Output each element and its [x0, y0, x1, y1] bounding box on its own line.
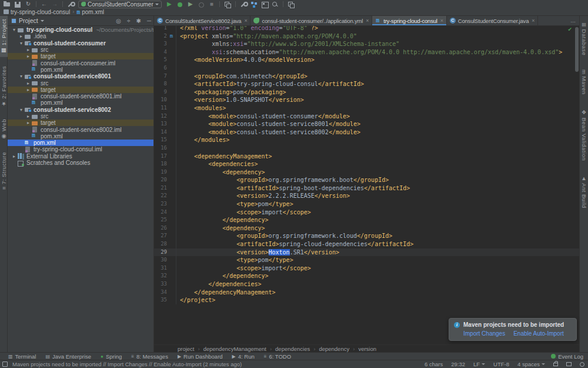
status-widget-29-32[interactable]: 29:32	[451, 361, 465, 367]
stop-icon[interactable]: ■	[207, 1, 216, 8]
tree-item[interactable]: ▸src	[8, 113, 153, 120]
code-line[interactable]: 3 xmlns:xsi="http://www.w3.org/2001/XMLS…	[154, 40, 579, 48]
code-line[interactable]: 8 <artifactId>try-spring-cloud-consul</a…	[154, 80, 579, 88]
code-line[interactable]: 17 <dependencyManagement>	[154, 152, 579, 161]
project-structure-icon[interactable]	[249, 1, 259, 8]
search-everywhere-icon[interactable]	[270, 1, 280, 8]
toolwindow-button--run[interactable]: ▶4: Run	[232, 353, 255, 360]
tree-item[interactable]: pom.xml	[8, 100, 153, 106]
coverage-icon[interactable]: ▶	[186, 1, 195, 8]
code-line[interactable]: 12 <module>consul-student-consumer</modu…	[154, 112, 579, 121]
code-line[interactable]: 22 <version>2.2.2.RELEASE</version>	[154, 192, 579, 200]
tree-item[interactable]: ▾consul-student-consumer	[8, 40, 153, 47]
xml-breadcrumb-item[interactable]: project	[178, 346, 195, 352]
code-viewport[interactable]: 1<?xml version="1.0" encoding="UTF-8" ?>…	[154, 26, 579, 344]
code-line[interactable]: 24 <scope>import</scope>	[154, 208, 579, 217]
run-config-selector[interactable]: ConsulStudentConsumer	[78, 1, 162, 8]
stripe-button-bean-validation[interactable]: ❖ Bean Validation	[580, 106, 588, 164]
tree-item[interactable]: ▸src	[8, 47, 153, 53]
status-widget-4-spaces[interactable]: 4 spaces	[517, 361, 545, 367]
locate-icon[interactable]: ◎	[116, 18, 121, 24]
tree-item[interactable]: ▾try-spring-cloud-consul~/Documents/Proj…	[8, 26, 153, 33]
stripe-button-ant-build[interactable]: ▲ Ant Build	[580, 172, 588, 211]
editor-tab[interactable]: ConsulStudentService8002.java×	[154, 16, 250, 25]
xml-breadcrumb-item[interactable]: dependency	[319, 346, 349, 352]
code-line[interactable]: 15 </modules>	[154, 136, 579, 144]
code-line[interactable]: 33 </dependencies>	[154, 280, 579, 289]
code-line[interactable]: 31 <scope>import</scope>	[154, 264, 579, 273]
tree-item[interactable]: ▸.idea	[8, 33, 153, 39]
toolwindow-button-run-dashboard[interactable]: ▶Run Dashboard	[178, 353, 223, 360]
editor-scrollbar[interactable]	[575, 27, 579, 72]
code-line[interactable]: 7 <groupId>com.shinetech</groupId>	[154, 72, 579, 81]
code-line[interactable]: 28 <artifactId>spring-cloud-dependencies…	[154, 240, 579, 248]
close-icon[interactable]: ×	[440, 18, 443, 24]
toolwindow-button--todo[interactable]: ≡6: TODO	[264, 353, 291, 360]
debug-icon[interactable]	[175, 1, 185, 8]
readonly-lock-icon[interactable]	[553, 363, 558, 366]
back-icon[interactable]: ←	[39, 1, 49, 8]
tree-item[interactable]: consul-student-service8001.iml	[8, 93, 153, 100]
xml-breadcrumb-item[interactable]: dependencies	[275, 346, 310, 352]
stripe-button--project[interactable]: ▦ 1: Project	[0, 16, 8, 57]
stripe-button--favorites[interactable]: ★ 2: Favorites	[0, 63, 8, 110]
status-widget-utf-8[interactable]: UTF-8	[493, 361, 509, 367]
hide-panel-icon[interactable]: ─	[147, 18, 151, 24]
tree-item[interactable]: Scratches and Consoles	[8, 160, 153, 166]
code-line[interactable]: 1<?xml version="1.0" encoding="UTF-8" ?>	[154, 26, 579, 32]
xml-breadcrumb-item[interactable]: dependencyManagement	[203, 346, 266, 352]
background-tasks-icon[interactable]	[580, 362, 584, 367]
profiler-icon[interactable]	[196, 1, 206, 8]
tree-item[interactable]: ▾consul-student-service8002	[8, 107, 153, 113]
status-widget-6-chars[interactable]: 6 chars	[425, 361, 443, 367]
status-message[interactable]: Maven projects need to be imported // Im…	[12, 361, 242, 367]
code-line[interactable]: 30 <type>pom</type>	[154, 256, 579, 264]
tree-item[interactable]: ▸target	[8, 120, 153, 126]
close-icon[interactable]: ×	[366, 18, 369, 24]
tree-item[interactable]: ▸src	[8, 79, 153, 86]
tree-item[interactable]: ▸External Libraries	[8, 153, 153, 160]
code-line[interactable]: 29 <version>Hoxton.SR1</version>	[154, 248, 579, 257]
more-tabs-icon[interactable]: …	[570, 18, 576, 24]
toolwindow-toggle-icon[interactable]	[2, 362, 8, 367]
code-line[interactable]: 9 <packaging>pom</packaging>	[154, 88, 579, 97]
code-line[interactable]: 23 <type>pom</type>	[154, 200, 579, 208]
tree-item[interactable]: ▸target	[8, 53, 153, 59]
code-line[interactable]: 16	[154, 144, 579, 152]
collapse-all-icon[interactable]: ÷	[127, 18, 131, 24]
run-window-icon[interactable]	[260, 1, 269, 8]
run-icon[interactable]: ▶	[165, 1, 174, 8]
tree-item[interactable]: pom.xml	[8, 140, 153, 146]
toolwindow-button-java-enterprise[interactable]: ▤Java Enterprise	[45, 353, 91, 360]
code-line[interactable]: 27 <groupId>org.springframework.cloud</g…	[154, 232, 579, 240]
code-line[interactable]: 19 <dependency>	[154, 168, 579, 177]
code-line[interactable]: 4 xsi:schemaLocation="http://maven.apach…	[154, 48, 579, 57]
close-icon[interactable]: ×	[244, 18, 247, 24]
code-line[interactable]: 25 </dependency>	[154, 216, 579, 224]
breadcrumb-item[interactable]: try-spring-cloud-consul	[4, 9, 70, 15]
open-folder-icon[interactable]	[2, 1, 12, 8]
code-line[interactable]: 26 <dependency>	[154, 224, 579, 233]
tree-item[interactable]: ▸target	[8, 87, 153, 93]
code-line[interactable]: 34 </dependencyManagement>	[154, 289, 579, 297]
editor-tab[interactable]: try-spring-cloud-consul×	[372, 16, 447, 25]
attach-icon[interactable]	[223, 1, 232, 8]
toolwindow-button-event-log[interactable]: Event Log	[551, 353, 583, 360]
code-line[interactable]: 21 <artifactId>spring-boot-dependencies<…	[154, 184, 579, 193]
code-line[interactable]: 10 <version>1.0-SNAPSHOT</version>	[154, 96, 579, 104]
toolwindow-button-terminal[interactable]: ▥Terminal	[8, 353, 36, 360]
stripe-button--structure[interactable]: ≡ 7: Structure	[0, 149, 8, 193]
settings-wrench-icon[interactable]	[239, 1, 248, 8]
tree-item[interactable]: consul-student-service8002.iml	[8, 126, 153, 132]
chevron-down-icon[interactable]	[41, 20, 44, 22]
import-changes-link[interactable]: Import Changes	[463, 330, 505, 337]
code-line[interactable]: 18 <dependencies>	[154, 160, 579, 168]
xml-breadcrumb-item[interactable]: version	[358, 346, 376, 352]
editor-tab[interactable]: ConsulStudentConsumer.java×	[447, 16, 539, 25]
code-line[interactable]: 35</project>	[154, 296, 579, 304]
code-line[interactable]: 11 <modules>	[154, 104, 579, 112]
stripe-button-maven[interactable]: m Maven	[580, 67, 588, 98]
code-line[interactable]: 6	[154, 64, 579, 72]
tree-item[interactable]: pom.xml	[8, 133, 153, 140]
code-line[interactable]: 14 <module>consul-student-service8002</m…	[154, 128, 579, 137]
